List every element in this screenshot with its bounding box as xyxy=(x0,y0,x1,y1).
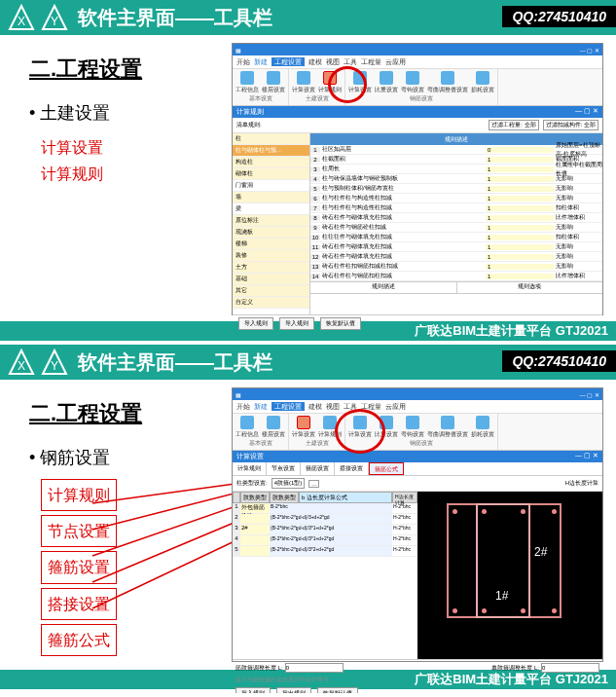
tree-item[interactable]: 楼梯 xyxy=(233,238,309,250)
ribbon-icon-calc[interactable] xyxy=(297,71,310,85)
fld1-input[interactable] xyxy=(285,663,344,673)
ribbon-icon-hook[interactable] xyxy=(406,71,419,85)
menu-cloud[interactable]: 云应用 xyxy=(385,57,406,66)
ribbon-icon-bend[interactable] xyxy=(441,71,454,85)
ribbon-icon-loss[interactable] xyxy=(476,416,489,429)
window-controls[interactable]: — ▢ ✕ xyxy=(580,47,599,54)
tab-hoop[interactable]: 箍筋设置 xyxy=(301,462,335,475)
table-row[interactable]: 1社区如高层0原始面层=柱顶标高-柱底标高 xyxy=(310,145,602,155)
import-rule-btn-2[interactable]: 导入规则 xyxy=(279,317,314,330)
tab-formula[interactable]: 箍筋公式 xyxy=(369,462,404,475)
ribbon-icon-hook[interactable] xyxy=(406,416,419,429)
menu-start[interactable]: 开始 xyxy=(236,402,250,411)
table-row[interactable]: 11砖石柱件与砌体填充柱扣减1无影响 xyxy=(310,242,602,252)
menu-start[interactable]: 开始 xyxy=(236,57,250,66)
menu-model[interactable]: 建模 xyxy=(308,402,322,411)
menu-qty[interactable]: 工程量 xyxy=(361,57,381,66)
ribbon-icon-bend[interactable] xyxy=(441,416,454,429)
tree-item[interactable]: 装修 xyxy=(233,250,309,262)
sub-window-controls[interactable]: — ▢ ✕ xyxy=(575,452,598,461)
ribbon-icon-projinfo[interactable] xyxy=(240,71,254,85)
table-row[interactable]: 5(B-2*bhc-2*gd-d)/3*2+d+2*gdH-2*bhc xyxy=(233,546,417,557)
tree-item[interactable]: 土方 xyxy=(233,262,309,274)
table-row[interactable]: 32#(B-2*bhc-2*gd-d)/3*1+d+2*gdH-2*bhc xyxy=(233,525,417,535)
menu-project-setting[interactable]: 工程设置 xyxy=(272,57,305,66)
tab-calc-rule[interactable]: 计算规则 xyxy=(233,462,267,475)
table-row[interactable]: 14砖石柱件柱与钢筋扣柱扣减1比件增体积 xyxy=(310,272,602,281)
table-row[interactable]: 7柱与柱件柱与构造性柱扣减1扣柱体积 xyxy=(310,203,602,213)
restore-default-btn[interactable]: 恢复默认值 xyxy=(317,687,358,693)
tree-panel[interactable]: 柱 柱与砌体柱与预... 构造柱 砌体柱 门窗洞 墙 梁 原位标注 现浇板 楼梯… xyxy=(233,133,310,314)
ribbon-bend[interactable]: 弯曲调整值设置 xyxy=(427,86,468,94)
table-row[interactable]: 10柱往往件与砌体填充柱扣减1扣柱体积 xyxy=(310,233,602,242)
table-row[interactable]: 3柱周长1柱属性中柱截面周长值 xyxy=(310,165,602,174)
export-rule-btn[interactable]: 导出规则 xyxy=(276,687,311,693)
table-row[interactable]: 9砖石柱件与钢筋砼柱扣减1无影响 xyxy=(310,223,602,233)
table-row[interactable]: 8砖石柱件与砌体填充柱扣减1比件增体积 xyxy=(310,213,602,223)
ribbon-hook[interactable]: 弯钩设置 xyxy=(401,430,424,439)
ribbon-projinfo[interactable]: 工程信息 xyxy=(236,86,259,94)
ribbon-calc-rule[interactable]: 计算规则 xyxy=(318,430,342,439)
ribbon-icon-projinfo[interactable] xyxy=(240,416,254,429)
menu-qty[interactable]: 工程量 xyxy=(361,402,381,411)
menu-project-setting[interactable]: 工程设置 xyxy=(272,402,305,411)
ribbon-loss[interactable]: 损耗设置 xyxy=(471,430,494,439)
ribbon-icon-rule[interactable] xyxy=(323,71,337,85)
table-row[interactable]: 12砖石柱件与砌体填充柱扣减1无影响 xyxy=(310,252,602,262)
fld2-input[interactable] xyxy=(541,663,599,673)
ribbon-icon-calc[interactable] xyxy=(297,416,310,429)
tree-item[interactable]: 砌体柱 xyxy=(233,168,309,180)
menu-new[interactable]: 新建 xyxy=(254,57,268,66)
table-row[interactable]: 2(B-2*bhc-2*gd-d)/3+d+2*gdH-2*bhc xyxy=(233,514,417,525)
table-row[interactable]: 4(B-2*bhc-2*gd-d)/3*1+d+2*gdH-2*bhc xyxy=(233,535,417,546)
ribbon-icon-weight[interactable] xyxy=(380,416,393,429)
ribbon-loss[interactable]: 损耗设置 xyxy=(471,86,494,94)
tab-node[interactable]: 节点设置 xyxy=(267,462,301,475)
filter-deduct-dd[interactable]: 过滤扣减构件: 全部 xyxy=(543,120,598,130)
ribbon-calc2[interactable]: 计算设置 xyxy=(348,430,372,439)
menu-model[interactable]: 建模 xyxy=(308,57,322,66)
ribbon-calc-setting[interactable]: 计算设置 xyxy=(292,430,315,439)
import-rule-btn[interactable]: 导入规则 xyxy=(238,317,273,330)
table-row[interactable]: 6柱与柱件柱与构造性柱扣减1无影响 xyxy=(310,194,602,203)
ribbon-icon-loss[interactable] xyxy=(476,71,489,85)
ribbon-projinfo[interactable]: 工程信息 xyxy=(236,430,259,439)
menu-new[interactable]: 新建 xyxy=(254,402,268,411)
ribbon-floor[interactable]: 楼层设置 xyxy=(262,86,285,94)
more-btn[interactable]: ... xyxy=(308,480,319,488)
tree-item[interactable]: 原位标注 xyxy=(233,215,309,227)
table-row[interactable]: 13砖石柱件柱扣钢筋扣减柱扣减1无影响 xyxy=(310,262,602,272)
menu-view[interactable]: 视图 xyxy=(326,402,340,411)
ribbon-bend[interactable]: 弯曲调整值设置 xyxy=(427,430,468,439)
tree-item[interactable]: 墙 xyxy=(233,192,309,203)
tree-item[interactable]: 自定义 xyxy=(233,297,309,309)
tree-item[interactable]: 其它 xyxy=(233,285,309,297)
ribbon-hook[interactable]: 弯钩设置 xyxy=(401,86,424,94)
ribbon-icon-calc2[interactable] xyxy=(353,71,367,85)
filter-qty-dd[interactable]: 过滤工程量: 全部 xyxy=(489,120,538,130)
table-row[interactable]: 1外包箍筋(1#)B-2*bhcH-2*bhc xyxy=(233,503,417,514)
ribbon-calc2[interactable]: 计算设置 xyxy=(348,86,372,94)
tab-lap[interactable]: 搭接设置 xyxy=(335,462,369,475)
menu-cloud[interactable]: 云应用 xyxy=(385,402,406,411)
table-row[interactable]: 5柱与预制柱体积/钢筋布置柱1无影响 xyxy=(310,184,602,194)
menu-tool[interactable]: 工具 xyxy=(344,57,357,66)
window-controls[interactable]: — ▢ ✕ xyxy=(580,391,599,398)
ribbon-calc-setting[interactable]: 计算设置 xyxy=(292,86,315,94)
menu-tool[interactable]: 工具 xyxy=(344,402,357,411)
ribbon-icon-calc2[interactable] xyxy=(353,416,367,429)
sub-window-controls[interactable]: — ▢ ✕ xyxy=(575,107,598,117)
tree-item-selected[interactable]: 柱与砌体柱与预... xyxy=(233,145,309,157)
restore-default-btn[interactable]: 恢复默认值 xyxy=(320,317,361,330)
tree-item[interactable]: 柱 xyxy=(233,133,309,145)
tree-item[interactable]: 现浇板 xyxy=(233,227,309,238)
ribbon-icon-floor[interactable] xyxy=(267,71,280,85)
ribbon-floor[interactable]: 楼层设置 xyxy=(262,430,285,439)
import-rule-btn[interactable]: 导入规则 xyxy=(236,687,271,693)
tree-item[interactable]: 梁 xyxy=(233,203,309,215)
tree-item[interactable]: 构造柱 xyxy=(233,157,309,168)
column-type-dd[interactable]: 4肢箍(1型) xyxy=(272,478,306,489)
menu-view[interactable]: 视图 xyxy=(326,57,340,66)
tree-item[interactable]: 门窗洞 xyxy=(233,180,309,192)
menubar[interactable]: 开始 新建 工程设置 建模 视图 工具 工程量 云应用 xyxy=(233,55,602,69)
